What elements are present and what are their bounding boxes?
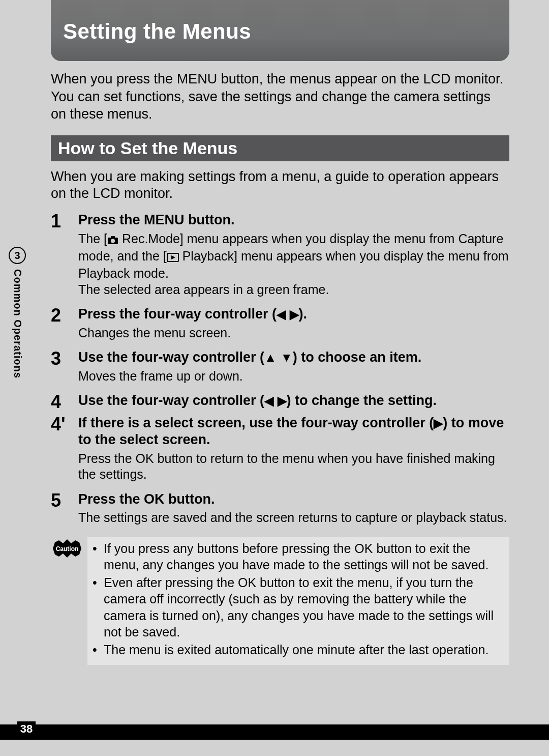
step-body: Press the MENU button. The [ Rec.Mode] m…	[78, 212, 509, 303]
camera-icon	[107, 232, 118, 248]
step4-title-a: Use the four-way controller (	[78, 393, 264, 408]
step2-title-a: Press the four-way controller (	[78, 306, 277, 322]
triangle-down-icon: ▼	[281, 350, 293, 365]
page: 3 Common Operations Setting the Menus Wh…	[0, 0, 549, 756]
chapter-number: 3	[14, 250, 20, 261]
footer-bar	[0, 724, 549, 740]
caution-item: • If you press any buttons before pressi…	[93, 540, 504, 573]
step-number: 2	[51, 306, 78, 346]
step-2: 2 Press the four-way controller (◀ ▶). C…	[51, 306, 509, 346]
playback-icon	[167, 250, 179, 266]
bullet-icon: •	[93, 574, 104, 641]
step1-text-a: The [	[78, 231, 107, 246]
step-body: Use the four-way controller (◀ ▶) to cha…	[78, 392, 509, 412]
svg-text:Caution: Caution	[56, 545, 79, 553]
caution-list: • If you press any buttons before pressi…	[87, 537, 509, 665]
step3-title-b: ) to choose an item.	[293, 350, 422, 365]
content-area: Setting the Menus When you press the MEN…	[51, 0, 509, 665]
step-desc: Changes the menu screen.	[78, 325, 509, 341]
svg-rect-1	[111, 236, 115, 239]
caution-text: The menu is exited automatically one min…	[104, 642, 504, 658]
step-desc: The settings are saved and the screen re…	[78, 510, 509, 526]
step-title: Press the MENU button.	[78, 212, 509, 229]
step-body: Press the four-way controller (◀ ▶). Cha…	[78, 306, 509, 346]
step-3: 3 Use the four-way controller (▲ ▼) to c…	[51, 349, 509, 389]
step-title: Use the four-way controller (◀ ▶) to cha…	[78, 392, 509, 410]
step-number: 4'	[51, 415, 78, 488]
triangle-left-icon: ◀	[277, 307, 286, 322]
triangle-right-icon: ▶	[434, 416, 443, 431]
step-1: 1 Press the MENU button. The [ Rec.Mode]…	[51, 212, 509, 303]
step-title: Press the OK button.	[78, 491, 509, 508]
step-desc: The [ Rec.Mode] menu appears when you di…	[78, 231, 509, 298]
side-tab: 3 Common Operations	[8, 247, 26, 410]
step1-text-d: The selected area appears in a green fra…	[78, 282, 329, 297]
step4p-title-a: If there is a select screen, use the fou…	[78, 415, 434, 430]
step-number: 5	[51, 491, 78, 531]
sub-intro: When you are making settings from a menu…	[51, 168, 509, 203]
caution-item: • The menu is exited automatically one m…	[93, 642, 504, 658]
triangle-up-icon: ▲	[264, 350, 277, 365]
step4-title-b: ) to change the setting.	[287, 393, 437, 408]
step-4: 4 Use the four-way controller (◀ ▶) to c…	[51, 392, 509, 412]
page-number: 38	[17, 721, 36, 737]
triangle-right-icon: ▶	[278, 393, 287, 409]
caution-text: If you press any buttons before pressing…	[104, 540, 504, 573]
caution-item: • Even after pressing the OK button to e…	[93, 574, 504, 641]
caution-block: Caution • If you press any buttons befor…	[51, 537, 509, 665]
step-title: Use the four-way controller (▲ ▼) to cho…	[78, 349, 509, 366]
step-number: 3	[51, 349, 78, 389]
page-heading-box: Setting the Menus	[51, 0, 509, 61]
step-desc: Press the OK button to return to the men…	[78, 451, 509, 483]
caution-text: Even after pressing the OK button to exi…	[104, 574, 504, 641]
step-5: 5 Press the OK button. The settings are …	[51, 491, 509, 531]
step3-title-a: Use the four-way controller (	[78, 350, 264, 365]
step-number: 1	[51, 212, 78, 303]
intro-text: When you press the MENU button, the menu…	[51, 70, 509, 123]
page-title: Setting the Menus	[63, 19, 497, 44]
triangle-right-icon: ▶	[290, 307, 299, 322]
svg-marker-4	[171, 255, 175, 259]
triangle-left-icon: ◀	[264, 393, 273, 409]
bullet-icon: •	[93, 540, 104, 573]
step2-title-b: ).	[299, 306, 308, 322]
step-desc: Moves the frame up or down.	[78, 368, 509, 384]
step-body: If there is a select screen, use the fou…	[78, 415, 509, 488]
step-number: 4	[51, 392, 78, 412]
step-4-prime: 4' If there is a select screen, use the …	[51, 415, 509, 488]
sub-heading: How to Set the Menus	[51, 135, 509, 161]
bullet-icon: •	[93, 642, 104, 658]
chapter-number-badge: 3	[9, 247, 26, 264]
svg-point-2	[111, 239, 115, 243]
step-title: If there is a select screen, use the fou…	[78, 415, 509, 449]
step-title: Press the four-way controller (◀ ▶).	[78, 306, 509, 323]
caution-icon: Caution	[51, 538, 83, 559]
step-body: Use the four-way controller (▲ ▼) to cho…	[78, 349, 509, 389]
step-body: Press the OK button. The settings are sa…	[78, 491, 509, 531]
chapter-label: Common Operations	[12, 269, 23, 379]
